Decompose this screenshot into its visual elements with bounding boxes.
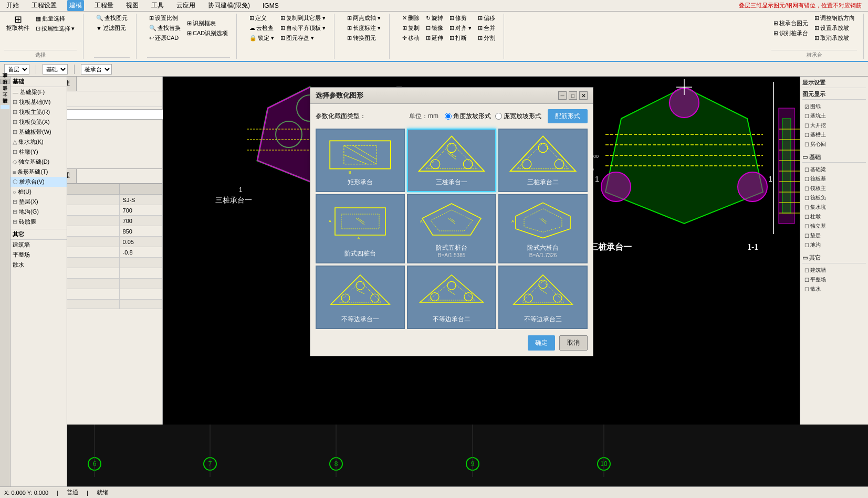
item-drawing[interactable]: ☑ 图纸 [802,102,866,111]
menu-view[interactable]: 视图 [124,0,141,11]
btn-restore-cad[interactable]: ↩ 还原CAD [147,34,183,43]
nav-foundation-label[interactable]: 基础 [1,105,9,109]
nav-item-pile-cap[interactable]: ⬡ 桩承台(V) [11,177,67,187]
btn-find-element[interactable]: 🔍 查找图元 [94,14,130,23]
btn-copy-layer[interactable]: ⊞ 复制到其它层 ▾ [278,14,328,23]
nav-floor-label[interactable]: 楼梯 [1,86,9,90]
btn-cancel-slope[interactable]: ⊞ 取消承放坡 [812,34,857,43]
nav-item-raft-neg[interactable]: ⊞ 筏板负筋(X) [11,117,67,127]
item-isolated[interactable]: ☐ 独立基 [802,221,866,231]
nav-item-grading2[interactable]: 平整场 [11,250,67,260]
btn-delete[interactable]: ✕ 删除 [400,14,422,23]
menu-tools[interactable]: 工具 [149,0,166,11]
nav-assembly-label[interactable]: 装配式 [0,79,10,84]
nav-item-scatter2[interactable]: 散水 [11,260,67,270]
btn-strike[interactable]: ⊞ 打断 [447,34,474,43]
item-pad[interactable]: ☐ 垫层 [802,231,866,240]
nav-item-raft[interactable]: ⊞ 筏板基础(M) [11,97,67,107]
btn-config-rebar[interactable]: 配筋形式 [548,109,588,123]
shape-card-rect[interactable]: B 矩形承台 [316,129,405,192]
dialog-minimize-btn[interactable]: ─ [558,91,567,100]
btn-find-replace[interactable]: 🔍 查找替换 [147,24,183,33]
item-open-excavate[interactable]: ☐ 大开挖 [802,121,866,130]
btn-convert-element[interactable]: ⊞ 转换图元 [345,34,383,43]
btn-rotate[interactable]: ↻ 旋转 [424,14,445,23]
item-slot[interactable]: ☐ 基槽土 [802,130,866,140]
btn-extend[interactable]: ⊞ 延伸 [424,34,445,43]
btn-extract-element[interactable]: ⊞ 抠取构件 [4,14,32,33]
btn-confirm[interactable]: 确定 [528,335,555,351]
nav-item-sump[interactable]: △ 集水坑(K) [11,137,67,147]
dialog-maximize-btn[interactable]: □ [569,91,577,100]
menu-model[interactable]: 建模 [67,0,84,11]
item-scatter[interactable]: ☐ 散水 [802,284,866,294]
btn-drawing-storage[interactable]: ⊞ 图元存盘 ▾ [278,34,328,43]
btn-identify-pile[interactable]: ⊞ 识别桩承台 [771,29,810,38]
nav-item-isolated[interactable]: ◇ 独立基础(D) [11,157,67,167]
btn-offset[interactable]: ⊞ 偏移 [476,14,497,23]
item-room-heart[interactable]: ☐ 房心回 [802,140,866,149]
btn-check-pile[interactable]: ⊞ 校承台图元 [771,19,810,28]
item-pit[interactable]: ☐ 基坑土 [802,111,866,121]
nav-item-raft-main[interactable]: ⊞ 筏板主筋(R) [11,107,67,117]
item-column-pier[interactable]: ☐ 柱墩 [802,212,866,221]
floor-select[interactable]: 首层 [4,64,29,75]
shape-card-tri2[interactable]: 三桩承台二 [498,129,588,192]
dialog-close-btn[interactable]: ✕ [579,91,588,100]
radio-width-slope[interactable]: 庞宽放坡形式 [495,112,541,121]
radio-angle-slope[interactable]: 角度放坡形式 [445,112,491,121]
nav-item-strip[interactable]: ≡ 条形基础(T) [11,167,67,177]
menu-start[interactable]: 开始 [4,0,21,11]
category-select[interactable]: 基础 [43,64,68,75]
shape-card-irr1[interactable]: 不等边承台一 [316,266,405,329]
item-sump[interactable]: ☐ 集水坑 [802,203,866,212]
btn-copy[interactable]: ⊞ 复制 [400,24,422,33]
item-trench[interactable]: ☐ 地沟 [802,240,866,250]
btn-split[interactable]: ⊞ 分割 [476,34,497,43]
btn-set-scale[interactable]: ⊞ 设置比例 [147,14,183,23]
btn-define[interactable]: ⊞ 定义 [247,14,276,23]
nav-item-pad-layer[interactable]: ⊟ 垫层(X) [11,197,67,207]
foundation-expand-icon[interactable]: ▭ [802,154,808,160]
btn-cancel[interactable]: 取消 [559,335,588,351]
item-raft-main[interactable]: ☐ 筏板主 [802,184,866,193]
item-grading[interactable]: ☐ 平整场 [802,275,866,284]
nav-finish-label[interactable]: 装修 [1,92,9,97]
btn-two-axis[interactable]: ⊞ 两点成轴 ▾ [345,14,383,23]
shape-card-sq5[interactable]: A 阶式五桩台 B=A/1.5385 [407,194,496,263]
radio-width-input[interactable] [495,113,502,120]
nav-item-found-slab[interactable]: ⊞ 基础板带(W) [11,127,67,137]
type-select[interactable]: 桩承台 [81,64,112,75]
btn-attr-select[interactable]: ⊡ 按属性选择 ▾ [34,24,77,33]
nav-item-trench[interactable]: ⊞ 地沟(G) [11,207,67,217]
btn-filter-element[interactable]: ▼ 过滤图元 [94,24,130,33]
nav-item-pile[interactable]: ○ 桩(U) [11,187,67,197]
btn-auto-flat[interactable]: ⊞ 自动平齐顶板 ▾ [278,24,328,33]
item-arch-wall[interactable]: ☐ 建筑墙 [802,266,866,275]
item-raft-neg[interactable]: ☐ 筏板负 [802,193,866,203]
shape-card-sq4[interactable]: A A 阶式四桩台 [316,194,405,263]
btn-merge[interactable]: ⊞ 合并 [476,24,497,33]
menu-quantity[interactable]: 工程量 [92,0,116,11]
bottom-cad-view[interactable]: Y X 6 7 8 9 10 [0,425,868,486]
btn-adjust-rebar[interactable]: ⊞ 调整钢筋方向 [812,14,857,23]
btn-cloud-check[interactable]: ☁ 云检查 [247,24,276,33]
btn-lock[interactable]: 🔒 锁定 ▾ [247,34,276,43]
btn-move[interactable]: ✛ 移动 [400,34,422,43]
btn-length-mark[interactable]: ⊞ 长度标注 ▾ [345,24,383,33]
other-expand-icon[interactable]: ▭ [802,255,808,261]
btn-cad-identify[interactable]: ⊞ CAD识别选项 [185,29,230,38]
nav-earth-label[interactable]: 土方 [1,99,9,103]
shape-card-irr2[interactable]: 不等边承台二 [407,266,496,329]
btn-mirror[interactable]: ⊟ 镜像 [424,24,445,33]
btn-repair[interactable]: ⊞ 修剪 [447,14,474,23]
btn-batch-select[interactable]: ▦ 批量选择 [34,14,77,23]
menu-engineering[interactable]: 工程设置 [29,0,59,11]
nav-item-found-beam[interactable]: — 基础梁(F) [11,87,67,97]
nav-item-brick-mold[interactable]: ⊞ 砖胎膜 [11,217,67,227]
menu-igms[interactable]: IGMS [260,1,281,10]
shape-card-irr3[interactable]: 不等边承台三 [498,266,588,329]
item-found-beam[interactable]: ☐ 基础梁 [802,165,866,174]
nav-item-column-pier[interactable]: ⊡ 柱墩(Y) [11,147,67,157]
btn-identify-frame[interactable]: ⊞ 识别框表 [185,19,230,28]
